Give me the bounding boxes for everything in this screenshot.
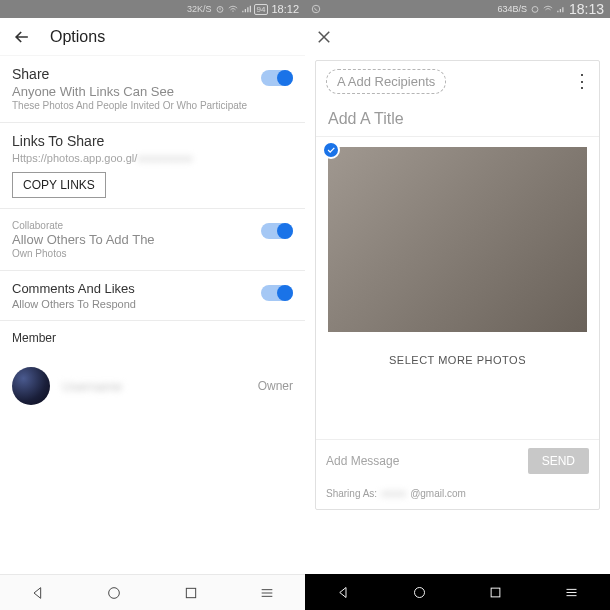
sharing-as-row: Sharing As: xxxxx @gmail.com xyxy=(316,482,599,509)
share-sub: Anyone With Links Can See xyxy=(12,84,247,99)
signal-icon xyxy=(556,4,566,14)
share-label: Share xyxy=(12,66,247,82)
comments-section: Comments And Likes Allow Others To Respo… xyxy=(0,271,305,321)
whatsapp-icon xyxy=(311,4,321,14)
copy-links-button[interactable]: COPY LINKS xyxy=(12,172,106,198)
add-recipients-button[interactable]: A Add Recipients xyxy=(326,69,446,94)
message-input[interactable]: Add Message xyxy=(326,454,520,468)
collab-label: Collaborate xyxy=(12,219,155,232)
speed-label: 634B/S xyxy=(497,4,527,14)
links-label: Links To Share xyxy=(12,133,293,149)
signal-icon xyxy=(241,4,251,14)
nav-home-icon[interactable] xyxy=(412,585,427,600)
collab-toggle[interactable] xyxy=(261,223,293,239)
left-screen: 32K/S 94 18:12 Options Share Anyone With… xyxy=(0,0,305,610)
alarm-icon xyxy=(530,4,540,14)
status-bar: 32K/S 94 18:12 xyxy=(0,0,305,18)
nav-bar xyxy=(305,574,610,610)
member-label: Member xyxy=(12,331,293,345)
share-section: Share Anyone With Links Can See These Ph… xyxy=(0,56,305,123)
recipients-row: A Add Recipients ⋮ xyxy=(316,61,599,102)
right-screen: 634B/S 18:13 A Add Recipients ⋮ Add A Ti… xyxy=(305,0,610,610)
more-icon[interactable]: ⋮ xyxy=(573,77,591,86)
comments-label: Comments And Likes xyxy=(12,281,136,296)
svg-point-3 xyxy=(312,5,320,13)
nav-back-icon[interactable] xyxy=(336,585,351,600)
svg-point-4 xyxy=(532,7,538,13)
nav-bar xyxy=(0,574,305,610)
svg-rect-6 xyxy=(491,588,500,597)
close-icon[interactable] xyxy=(315,28,333,46)
member-name: Username xyxy=(62,379,258,394)
alarm-icon xyxy=(215,4,225,14)
sharing-user: xxxxx xyxy=(381,488,406,499)
member-role: Owner xyxy=(258,379,293,393)
battery-icon: 94 xyxy=(254,4,269,15)
member-row: Username Owner xyxy=(0,357,305,415)
title-input[interactable]: Add A Title xyxy=(316,102,599,137)
time-label: 18:13 xyxy=(569,1,604,17)
time-label: 18:12 xyxy=(271,3,299,15)
sharing-email: @gmail.com xyxy=(410,488,466,499)
links-section: Links To Share Https://photos.app.goo.gl… xyxy=(0,123,305,209)
links-url: Https://photos.app.goo.gl/xxxxxxxxxx xyxy=(12,152,293,164)
comments-sub: Allow Others To Respond xyxy=(12,298,136,310)
avatar xyxy=(12,367,50,405)
sharing-label: Sharing As: xyxy=(326,488,377,499)
selected-check-icon xyxy=(322,141,340,159)
collab-note: Own Photos xyxy=(12,247,155,260)
nav-home-icon[interactable] xyxy=(106,585,122,601)
speed-label: 32K/S xyxy=(187,4,212,14)
status-bar: 634B/S 18:13 xyxy=(305,0,610,18)
nav-menu-icon[interactable] xyxy=(259,585,275,601)
app-bar: Options xyxy=(0,18,305,56)
collaborate-section: Collaborate Allow Others To Add The Own … xyxy=(0,209,305,271)
svg-point-5 xyxy=(414,587,424,597)
collab-sub: Allow Others To Add The xyxy=(12,232,155,247)
nav-menu-icon[interactable] xyxy=(564,585,579,600)
share-toggle[interactable] xyxy=(261,70,293,86)
nav-back-icon[interactable] xyxy=(30,585,46,601)
svg-point-1 xyxy=(109,587,120,598)
select-more-button[interactable]: SELECT MORE PHOTOS xyxy=(316,342,599,439)
share-note: These Photos And People Invited Or Who P… xyxy=(12,99,247,112)
svg-rect-2 xyxy=(186,588,195,597)
wifi-icon xyxy=(228,4,238,14)
photo-thumbnail[interactable] xyxy=(328,147,587,332)
nav-recent-icon[interactable] xyxy=(183,585,199,601)
wifi-icon xyxy=(543,4,553,14)
send-button[interactable]: SEND xyxy=(528,448,589,474)
comments-toggle[interactable] xyxy=(261,285,293,301)
share-card: A Add Recipients ⋮ Add A Title SELECT MO… xyxy=(315,60,600,510)
message-row: Add Message SEND xyxy=(316,439,599,482)
page-title: Options xyxy=(50,28,105,46)
member-section: Member xyxy=(0,321,305,357)
nav-recent-icon[interactable] xyxy=(488,585,503,600)
back-icon[interactable] xyxy=(12,27,32,47)
